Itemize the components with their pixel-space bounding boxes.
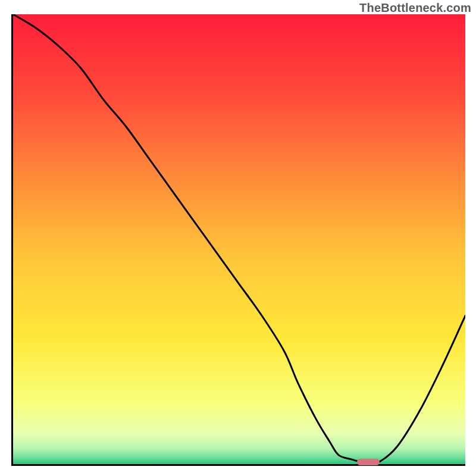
- optimal-range-marker: [357, 459, 380, 465]
- watermark-text: TheBottleneck.com: [359, 1, 471, 15]
- bottleneck-curve: [13, 14, 465, 464]
- chart-container: TheBottleneck.com: [0, 0, 476, 476]
